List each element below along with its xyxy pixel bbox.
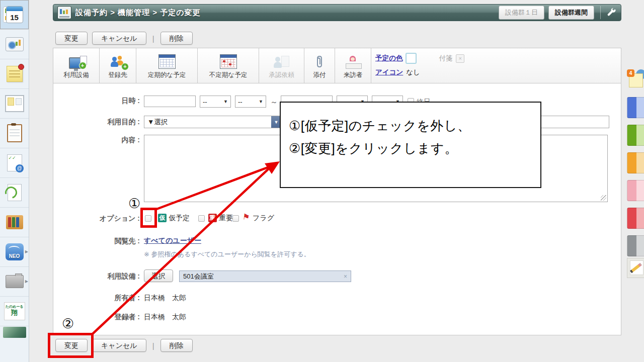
sidebar-item-circulation[interactable]: ✓✓@	[0, 148, 29, 178]
color-swatch-blue[interactable]	[627, 97, 644, 118]
notes-count-badge: 4	[627, 69, 634, 77]
tilde-separator: ～	[270, 98, 278, 107]
ad-banner-image	[3, 327, 26, 338]
icon-link[interactable]: アイコン	[375, 68, 403, 77]
expand-arrow-icon[interactable]: ▶	[25, 279, 28, 284]
datetime-label: 日時 :	[53, 97, 140, 106]
color-swatch-red[interactable]	[627, 208, 644, 229]
toolbar-recipient-button[interactable]: + 登録先	[100, 48, 136, 83]
people-plus-icon: +	[110, 54, 125, 69]
change-button-top[interactable]: 変更	[55, 32, 88, 45]
cancel-button-bottom[interactable]: キャンセル	[92, 339, 146, 352]
toolbar-label: 不定期な予定	[209, 71, 247, 79]
fusen-label: 付箋	[439, 54, 452, 63]
breadcrumb: 設備予約 > 機能管理 > 予定の変更	[75, 8, 201, 18]
circulation-icon: ✓✓@	[7, 154, 22, 171]
toolbar-irregular-button[interactable]: 不定期な予定	[198, 48, 259, 83]
right-panel-edit-shortcut[interactable]	[627, 258, 644, 278]
sidebar-item-todo[interactable]	[0, 119, 29, 148]
audience-link[interactable]: すべてのユーザー	[144, 236, 201, 245]
neo-label: NEO	[9, 253, 20, 259]
content-label: 内容 :	[53, 136, 140, 145]
tentative-badge-icon: 仮	[158, 214, 167, 222]
sidebar-item-tanomail[interactable]: たのめーる 翔	[0, 297, 29, 326]
toolbar-extra-options: 予定の色 付箋 × アイコン なし	[371, 48, 621, 83]
workflow-icon	[8, 184, 22, 201]
audience-label: 閲覧先 :	[53, 237, 140, 246]
highlight-box-change-button	[48, 333, 94, 358]
calendar-icon: 15	[6, 6, 23, 23]
toolbar-recurring-button[interactable]: 定期的な予定	[136, 48, 198, 83]
icon-value: なし	[406, 68, 420, 77]
neo-icon: NEO	[6, 243, 24, 260]
start-minute-select[interactable]: --▼	[235, 96, 266, 108]
sidebar-item-banner[interactable]	[0, 326, 29, 338]
app-header: 設備予約 > 機能管理 > 予定の変更 設備群１日 設備群週間	[53, 4, 621, 21]
right-panel-notes-shortcut[interactable]: 4	[627, 69, 644, 88]
sidebar-item-schedule[interactable]: 15	[0, 0, 29, 30]
schedule-color-swatch[interactable]	[406, 53, 417, 64]
top-action-bar: 変更 キャンセル | 削除	[55, 32, 193, 45]
color-swatch-gray[interactable]	[627, 235, 644, 256]
important-checkbox[interactable]	[198, 215, 205, 222]
tanomail-icon: たのめーる 翔	[4, 302, 25, 320]
bulletin-board-icon	[5, 95, 24, 112]
memo-icon	[7, 66, 23, 82]
audience-note: ※ 参照権のあるすべてのユーザーから閲覧を許可する。	[144, 250, 310, 259]
instruction-callout: ①[仮予定]のチェックを外し、 ②[変更]をクリックします。	[280, 102, 541, 188]
color-swatch-pink[interactable]	[627, 180, 644, 201]
color-swatch-orange[interactable]	[627, 152, 644, 173]
delete-button-top[interactable]: 削除	[160, 32, 193, 45]
tanomail-mark: 翔	[5, 309, 25, 316]
purpose-select[interactable]: ▼選択 ▼	[144, 116, 282, 128]
sidebar-item-facility-reservation[interactable]	[0, 30, 29, 59]
toolbar-label: 承認依頼	[269, 71, 294, 79]
sidebar-item-folder[interactable]: ▶	[0, 267, 29, 297]
group-day-button[interactable]: 設備群１日	[499, 6, 544, 20]
action-separator: |	[151, 34, 156, 43]
step-2-marker: ②	[60, 316, 75, 331]
color-swatch-green[interactable]	[627, 125, 644, 146]
start-date-input[interactable]	[144, 96, 196, 107]
options-label: オプション :	[53, 214, 140, 223]
toolbar-facility-button[interactable]: + 利用設備	[53, 48, 100, 83]
toolbar-label: 添付	[313, 71, 326, 79]
sidebar-item-memo[interactable]	[0, 59, 29, 89]
fusen-clear-button[interactable]: ×	[456, 54, 464, 63]
cancel-button-top[interactable]: キャンセル	[92, 32, 146, 45]
sidebar-item-library[interactable]	[0, 208, 29, 237]
instruction-line-2: ②[変更]をクリックします。	[289, 137, 540, 160]
important-label: 重要	[219, 214, 233, 223]
approval-request-icon	[274, 54, 289, 69]
group-week-button[interactable]: 設備群週間	[548, 6, 594, 20]
pencil-icon	[627, 258, 644, 278]
paperclip-icon	[314, 54, 325, 69]
visitor-icon	[346, 54, 361, 69]
flag-checkbox[interactable]	[232, 215, 239, 222]
app-sidebar: 15 ✓✓@ NEO ▶ ▶ たのめーる 翔	[0, 0, 29, 362]
facility-select-button[interactable]: 選択	[144, 269, 173, 282]
facility-app-icon	[57, 6, 71, 19]
action-separator: |	[151, 341, 156, 350]
expand-arrow-icon[interactable]: ▶	[25, 249, 28, 254]
sidebar-item-bulletin-board[interactable]	[0, 89, 29, 119]
select-value: --	[238, 98, 243, 106]
facility-clear-icon[interactable]: ×	[344, 273, 347, 280]
calendar-day: 15	[10, 13, 19, 22]
toolbar-visitor-button[interactable]: 来訪者	[335, 48, 371, 83]
toolbar-label: 登録先	[108, 71, 127, 79]
notes-icon: 4	[627, 69, 644, 88]
calendar-regular-icon	[158, 54, 176, 69]
delete-button-bottom[interactable]: 削除	[160, 339, 193, 352]
sidebar-item-neo[interactable]: NEO ▶	[0, 237, 29, 267]
start-hour-select[interactable]: --▼	[200, 96, 231, 108]
flag-label: フラグ	[253, 214, 274, 223]
registrant-value: 日本橋 太郎	[144, 313, 186, 322]
settings-wrench-icon[interactable]	[606, 7, 617, 18]
sidebar-item-workflow[interactable]	[0, 178, 29, 208]
schedule-color-link[interactable]: 予定の色	[375, 54, 403, 63]
calendar-irregular-icon	[220, 54, 237, 69]
facility-field: 501会議室 ×	[179, 270, 351, 282]
resize-handle[interactable]	[601, 195, 606, 201]
toolbar-attach-button[interactable]: 添付	[304, 48, 335, 83]
